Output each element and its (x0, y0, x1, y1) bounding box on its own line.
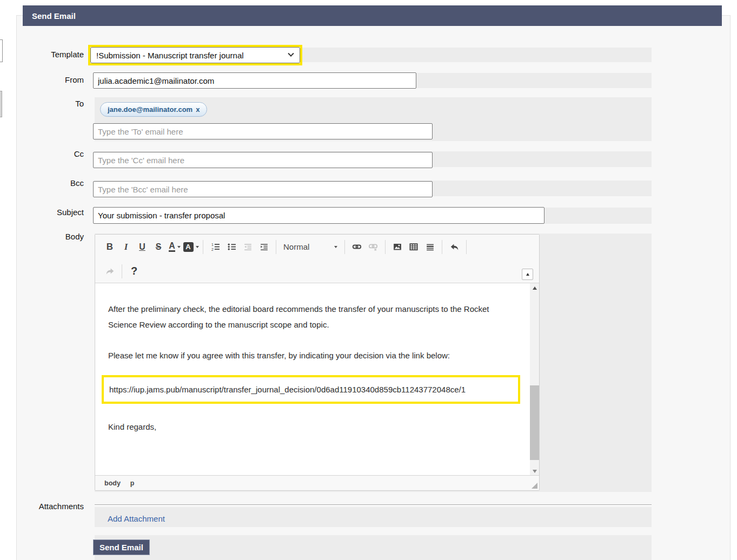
toolbar-separator (442, 240, 442, 254)
caret-down-icon (196, 246, 199, 248)
undo-button[interactable] (446, 239, 462, 255)
unlink-button[interactable] (365, 239, 381, 255)
element-path-p[interactable]: p (130, 479, 135, 487)
insert-image-button[interactable] (389, 239, 406, 255)
editor-content[interactable]: After the preliminary check, the editori… (95, 283, 530, 476)
toolbar-separator (466, 240, 467, 254)
to-label: To (16, 99, 84, 108)
send-email-page: Send Email Template From To Cc Bcc Subje… (0, 0, 737, 560)
background-fragment (0, 91, 2, 117)
body-paragraph: Kind regards, (108, 419, 510, 435)
to-chip-email: jane.doe@mailinator.com (108, 105, 192, 114)
outdent-button[interactable] (240, 239, 256, 255)
resize-handle-icon[interactable] (532, 483, 537, 489)
strikethrough-button[interactable]: S (150, 239, 167, 255)
background-color-button[interactable]: A (183, 239, 199, 255)
subject-label: Subject (16, 208, 84, 217)
link-icon (352, 242, 362, 251)
template-select[interactable]: !Submission - Manuscript transfer journa… (90, 47, 300, 63)
text-color-icon: A (169, 242, 175, 252)
scrollbar-thumb[interactable] (530, 385, 539, 460)
caret-down-icon (334, 246, 337, 248)
bcc-input[interactable] (93, 181, 433, 197)
background-fragment (0, 39, 3, 62)
horizontal-rule-button[interactable] (422, 239, 438, 255)
caret-up-icon (526, 273, 529, 276)
to-input[interactable] (93, 123, 433, 139)
ordered-list-icon: 12 (211, 242, 220, 251)
triangle-down-icon (533, 470, 537, 473)
table-icon (409, 242, 419, 251)
ordered-list-button[interactable]: 12 (207, 239, 223, 255)
redo-icon (105, 266, 115, 276)
toolbar-separator (122, 264, 122, 278)
bulleted-list-button[interactable] (223, 239, 240, 255)
to-recipient-chip[interactable]: jane.doe@mailinator.com x (100, 102, 207, 117)
link-button[interactable] (349, 239, 365, 255)
horizontal-rule-icon (426, 242, 435, 251)
row-stripe (95, 535, 652, 560)
format-value: Normal (283, 242, 309, 251)
editor-toolbar: B I U S A A 12 (95, 235, 539, 283)
insert-table-button[interactable] (406, 239, 422, 255)
strikethrough-icon: S (156, 242, 162, 252)
background-color-icon: A (183, 242, 194, 252)
body-paragraph: Please let me know if you agree with thi… (108, 348, 510, 363)
indent-button[interactable] (256, 239, 272, 255)
undo-icon (449, 242, 460, 252)
cc-label: Cc (16, 149, 84, 158)
italic-icon: I (124, 242, 128, 252)
add-attachment-link[interactable]: Add Attachment (108, 514, 165, 523)
bcc-label: Bcc (16, 178, 84, 188)
body-label: Body (16, 232, 84, 241)
template-label: Template (16, 50, 84, 59)
indent-icon (260, 242, 269, 251)
attachments-divider (95, 504, 652, 505)
from-label: From (16, 75, 84, 84)
bulleted-list-icon (227, 242, 236, 251)
unlink-icon (368, 242, 378, 251)
template-select-value: !Submission - Manuscript transfer journa… (96, 51, 244, 60)
caret-down-icon (177, 246, 181, 248)
editor-scrollbar[interactable] (530, 283, 539, 476)
remove-recipient-icon[interactable]: x (196, 105, 200, 114)
send-email-button[interactable]: Send Email (93, 539, 150, 555)
toolbar-separator (385, 240, 386, 254)
paragraph-format-select[interactable]: Normal (280, 239, 341, 255)
row-stripe (95, 507, 652, 527)
subject-input[interactable] (93, 207, 545, 224)
bold-button[interactable]: B (102, 239, 118, 255)
help-icon: ? (131, 265, 137, 277)
italic-button[interactable]: I (118, 239, 134, 255)
toolbar-separator (203, 240, 203, 254)
scrollbar-down-button[interactable] (530, 466, 539, 476)
dialog-title: Send Email (32, 11, 76, 21)
image-icon (393, 242, 402, 251)
toolbar-collapse-button[interactable] (522, 269, 533, 280)
underline-button[interactable]: U (134, 239, 150, 255)
body-editor: B I U S A A 12 (95, 234, 540, 491)
editor-status-bar: body p (95, 475, 539, 490)
triangle-up-icon (533, 286, 537, 290)
redo-button[interactable] (102, 264, 118, 279)
outdent-icon (243, 242, 253, 251)
underline-icon: U (139, 242, 145, 252)
dialog-header: Send Email (23, 5, 722, 26)
element-path-body[interactable]: body (104, 479, 121, 487)
cc-input[interactable] (93, 152, 433, 168)
toolbar-row-2: ? (95, 259, 539, 283)
decision-link[interactable]: https://iup.jams.pub/manuscript/transfer… (109, 385, 466, 394)
bold-icon: B (107, 242, 113, 252)
template-highlight-box: !Submission - Manuscript transfer journa… (88, 45, 302, 65)
toolbar-row-1: B I U S A A 12 (95, 235, 539, 259)
toolbar-separator (276, 240, 276, 254)
decision-link-highlight-box: https://iup.jams.pub/manuscript/transfer… (102, 375, 520, 404)
from-input[interactable] (93, 72, 416, 89)
scrollbar-up-button[interactable] (530, 283, 539, 292)
help-button[interactable]: ? (126, 264, 142, 279)
svg-text:2: 2 (211, 248, 214, 251)
chevron-down-icon (288, 51, 294, 57)
toolbar-separator (344, 240, 345, 254)
body-paragraph: After the preliminary check, the editori… (108, 301, 510, 332)
text-color-button[interactable]: A (167, 239, 183, 255)
